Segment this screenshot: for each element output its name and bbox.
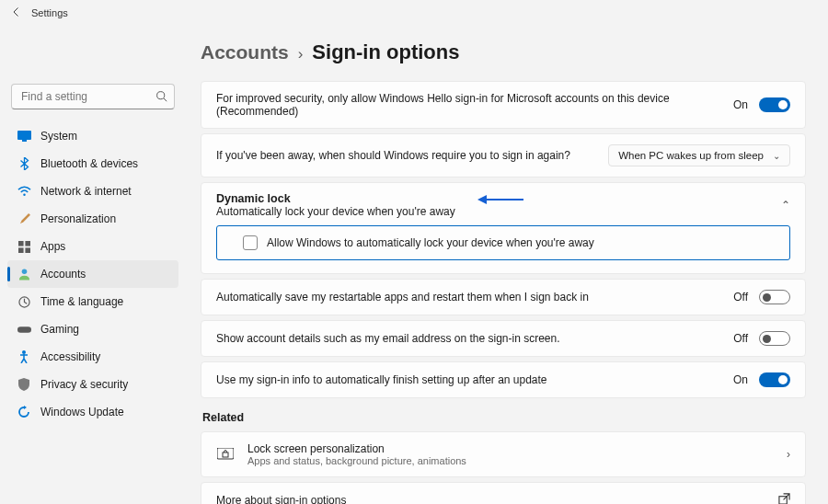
accessibility-icon [17,350,31,363]
svg-rect-15 [223,452,228,457]
update-icon [17,406,31,418]
wifi-icon [17,186,31,197]
search-input[interactable] [11,84,175,109]
sidebar-item-accessibility[interactable]: Accessibility [7,343,178,371]
sidebar-item-gaming[interactable]: Gaming [7,315,178,343]
sidebar: System Bluetooth & devices Network & int… [0,26,184,504]
display-icon [17,131,31,142]
bluetooth-icon [17,157,31,170]
related-heading: Related [202,411,806,424]
svg-point-12 [22,350,26,354]
toggle-restartable-apps[interactable] [759,290,790,304]
back-button[interactable] [11,6,22,20]
expander-dynamic-lock: Dynamic lock Automatically lock your dev… [201,182,806,274]
sidebar-item-time[interactable]: Time & language [7,288,178,315]
chevron-down-icon: ⌄ [773,151,780,161]
lock-screen-icon [216,448,235,461]
sidebar-item-system[interactable]: System [7,122,178,150]
chevron-up-icon: ⌃ [781,199,790,212]
expander-header-dynamic-lock[interactable]: Dynamic lock Automatically lock your dev… [201,183,805,225]
svg-point-9 [21,269,27,274]
sidebar-item-network[interactable]: Network & internet [7,178,178,205]
toggle-hello-signin[interactable] [759,97,790,112]
row-require-signin: If you've been away, when should Windows… [201,134,805,177]
search-icon [155,90,167,105]
checkbox-row-dynamic-lock[interactable]: Allow Windows to automatically lock your… [216,225,790,260]
person-icon [17,268,31,281]
gamepad-icon [17,325,31,335]
sidebar-item-bluetooth[interactable]: Bluetooth & devices [7,150,178,178]
sidebar-item-personalization[interactable]: Personalization [7,205,178,233]
external-link-icon [778,493,790,504]
svg-rect-3 [22,140,27,142]
dropdown-require-signin[interactable]: When PC wakes up from sleep ⌄ [608,144,790,166]
chevron-right-icon: › [787,448,790,461]
sidebar-item-apps[interactable]: Apps [7,233,178,260]
toggle-show-account-details[interactable] [759,331,790,346]
annotation-arrow [477,194,523,208]
shield-icon [17,378,31,391]
svg-line-1 [164,98,167,101]
row-hello-signin: For improved security, only allow Window… [201,82,805,128]
svg-rect-2 [17,131,31,140]
checkbox-dynamic-lock[interactable] [243,235,258,250]
link-more-about-signin[interactable]: More about sign-in options [201,483,805,504]
sidebar-item-accounts[interactable]: Accounts [7,260,178,288]
sidebar-item-update[interactable]: Windows Update [7,398,178,426]
toggle-finish-setup[interactable] [759,372,790,387]
svg-rect-7 [18,247,24,253]
row-finish-setup: Use my sign-in info to automatically fin… [201,362,805,397]
page-title: Sign-in options [312,40,459,64]
window-title: Settings [31,7,68,18]
paintbrush-icon [17,213,31,225]
row-restartable-apps: Automatically save my restartable apps a… [201,280,805,315]
svg-rect-6 [25,241,30,246]
svg-rect-5 [18,241,24,246]
svg-point-0 [157,92,165,99]
apps-icon [17,241,31,253]
row-show-account-details: Show account details such as my email ad… [201,321,805,356]
main-content: Accounts › Sign-in options For improved … [184,26,828,504]
breadcrumb: Accounts › Sign-in options [201,40,806,64]
clock-icon [17,296,31,308]
sidebar-item-privacy[interactable]: Privacy & security [7,371,178,398]
svg-rect-11 [17,326,31,333]
link-lock-screen-personalization[interactable]: Lock screen personalization Apps and sta… [201,432,805,476]
svg-point-4 [23,194,25,196]
svg-rect-8 [25,247,30,253]
breadcrumb-parent[interactable]: Accounts [201,41,289,63]
title-bar: Settings [0,0,828,26]
